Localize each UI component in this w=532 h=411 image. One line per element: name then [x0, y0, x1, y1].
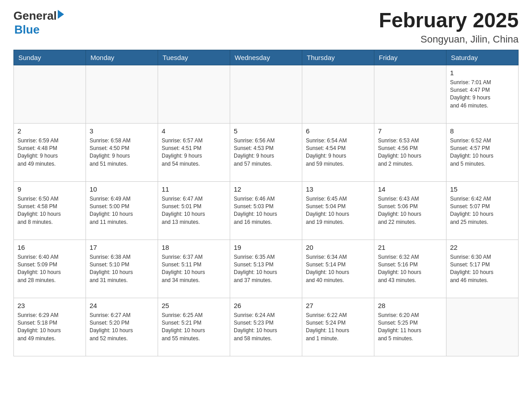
day-info: Sunrise: 6:40 AM Sunset: 5:09 PM Dayligh… [17, 253, 82, 285]
calendar-cell: 4Sunrise: 6:57 AM Sunset: 4:51 PM Daylig… [158, 123, 230, 181]
calendar-header-monday: Monday [86, 50, 158, 65]
day-info: Sunrise: 6:25 AM Sunset: 5:21 PM Dayligh… [162, 312, 226, 343]
day-number: 1 [450, 68, 515, 77]
day-number: 6 [306, 126, 370, 136]
day-number: 15 [450, 184, 515, 194]
day-info: Sunrise: 6:32 AM Sunset: 5:16 PM Dayligh… [378, 253, 442, 285]
day-number: 24 [90, 301, 154, 310]
calendar-cell: 11Sunrise: 6:47 AM Sunset: 5:01 PM Dayli… [158, 181, 230, 240]
calendar-cell [302, 65, 374, 123]
location-text: Songyuan, Jilin, China [379, 34, 519, 45]
day-info: Sunrise: 7:01 AM Sunset: 4:47 PM Dayligh… [450, 79, 515, 110]
day-number: 13 [306, 184, 370, 194]
calendar-cell: 20Sunrise: 6:34 AM Sunset: 5:14 PM Dayli… [302, 240, 374, 298]
calendar-cell: 27Sunrise: 6:22 AM Sunset: 5:24 PM Dayli… [302, 298, 374, 356]
calendar-header-thursday: Thursday [302, 50, 374, 65]
day-info: Sunrise: 6:56 AM Sunset: 4:53 PM Dayligh… [234, 137, 298, 168]
day-number: 12 [234, 184, 298, 194]
day-number: 4 [162, 126, 226, 136]
day-number: 17 [90, 243, 154, 252]
calendar-cell: 26Sunrise: 6:24 AM Sunset: 5:23 PM Dayli… [230, 298, 302, 356]
calendar-cell: 24Sunrise: 6:27 AM Sunset: 5:20 PM Dayli… [86, 298, 158, 356]
calendar-cell: 7Sunrise: 6:53 AM Sunset: 4:56 PM Daylig… [374, 123, 446, 181]
calendar-table: SundayMondayTuesdayWednesdayThursdayFrid… [13, 50, 519, 356]
calendar-cell: 15Sunrise: 6:42 AM Sunset: 5:07 PM Dayli… [446, 181, 519, 240]
day-number: 27 [306, 301, 370, 310]
logo-blue-text: Blue [14, 23, 39, 36]
day-info: Sunrise: 6:29 AM Sunset: 5:18 PM Dayligh… [17, 312, 82, 343]
calendar-cell: 22Sunrise: 6:30 AM Sunset: 5:17 PM Dayli… [446, 240, 519, 298]
calendar-week-4: 16Sunrise: 6:40 AM Sunset: 5:09 PM Dayli… [14, 240, 519, 298]
day-number: 11 [162, 184, 226, 194]
calendar-cell [14, 65, 86, 123]
day-info: Sunrise: 6:54 AM Sunset: 4:54 PM Dayligh… [306, 137, 370, 168]
day-info: Sunrise: 6:20 AM Sunset: 5:25 PM Dayligh… [378, 312, 442, 343]
calendar-cell [230, 65, 302, 123]
day-info: Sunrise: 6:46 AM Sunset: 5:03 PM Dayligh… [234, 195, 298, 227]
day-number: 16 [17, 243, 82, 252]
calendar-header-wednesday: Wednesday [230, 50, 302, 65]
day-info: Sunrise: 6:22 AM Sunset: 5:24 PM Dayligh… [306, 312, 370, 343]
calendar-cell: 12Sunrise: 6:46 AM Sunset: 5:03 PM Dayli… [230, 181, 302, 240]
calendar-cell: 21Sunrise: 6:32 AM Sunset: 5:16 PM Dayli… [374, 240, 446, 298]
day-info: Sunrise: 6:57 AM Sunset: 4:51 PM Dayligh… [162, 137, 226, 168]
calendar-cell [374, 65, 446, 123]
day-info: Sunrise: 6:58 AM Sunset: 4:50 PM Dayligh… [90, 137, 154, 168]
calendar-week-3: 9Sunrise: 6:50 AM Sunset: 4:58 PM Daylig… [14, 181, 519, 240]
calendar-cell: 19Sunrise: 6:35 AM Sunset: 5:13 PM Dayli… [230, 240, 302, 298]
day-number: 28 [378, 301, 442, 310]
calendar-cell: 18Sunrise: 6:37 AM Sunset: 5:11 PM Dayli… [158, 240, 230, 298]
calendar-header-friday: Friday [374, 50, 446, 65]
day-info: Sunrise: 6:52 AM Sunset: 4:57 PM Dayligh… [450, 137, 515, 168]
day-number: 2 [17, 126, 82, 136]
day-info: Sunrise: 6:45 AM Sunset: 5:04 PM Dayligh… [306, 195, 370, 227]
logo: General Blue [13, 9, 64, 37]
day-number: 9 [17, 184, 82, 194]
calendar-cell: 3Sunrise: 6:58 AM Sunset: 4:50 PM Daylig… [86, 123, 158, 181]
calendar-cell: 8Sunrise: 6:52 AM Sunset: 4:57 PM Daylig… [446, 123, 519, 181]
day-info: Sunrise: 6:53 AM Sunset: 4:56 PM Dayligh… [378, 137, 442, 168]
day-info: Sunrise: 6:50 AM Sunset: 4:58 PM Dayligh… [17, 195, 82, 227]
calendar-cell: 17Sunrise: 6:38 AM Sunset: 5:10 PM Dayli… [86, 240, 158, 298]
day-info: Sunrise: 6:35 AM Sunset: 5:13 PM Dayligh… [234, 253, 298, 285]
calendar-header-saturday: Saturday [446, 50, 519, 65]
calendar-cell [446, 298, 519, 356]
day-number: 14 [378, 184, 442, 194]
calendar-header-sunday: Sunday [14, 50, 86, 65]
calendar-cell: 28Sunrise: 6:20 AM Sunset: 5:25 PM Dayli… [374, 298, 446, 356]
day-number: 8 [450, 126, 515, 136]
calendar-cell: 10Sunrise: 6:49 AM Sunset: 5:00 PM Dayli… [86, 181, 158, 240]
calendar-cell: 6Sunrise: 6:54 AM Sunset: 4:54 PM Daylig… [302, 123, 374, 181]
calendar-header-tuesday: Tuesday [158, 50, 230, 65]
calendar-cell: 14Sunrise: 6:43 AM Sunset: 5:06 PM Dayli… [374, 181, 446, 240]
day-info: Sunrise: 6:47 AM Sunset: 5:01 PM Dayligh… [162, 195, 226, 227]
day-number: 26 [234, 301, 298, 310]
calendar-week-1: 1Sunrise: 7:01 AM Sunset: 4:47 PM Daylig… [14, 65, 519, 123]
day-info: Sunrise: 6:42 AM Sunset: 5:07 PM Dayligh… [450, 195, 515, 227]
day-number: 7 [378, 126, 442, 136]
calendar-cell: 23Sunrise: 6:29 AM Sunset: 5:18 PM Dayli… [14, 298, 86, 356]
day-info: Sunrise: 6:49 AM Sunset: 5:00 PM Dayligh… [90, 195, 154, 227]
calendar-cell: 13Sunrise: 6:45 AM Sunset: 5:04 PM Dayli… [302, 181, 374, 240]
calendar-week-5: 23Sunrise: 6:29 AM Sunset: 5:18 PM Dayli… [14, 298, 519, 356]
day-info: Sunrise: 6:34 AM Sunset: 5:14 PM Dayligh… [306, 253, 370, 285]
day-number: 22 [450, 243, 515, 252]
calendar-cell [158, 65, 230, 123]
title-section: February 2025 Songyuan, Jilin, China [379, 9, 519, 45]
logo-general-text: General [13, 9, 57, 23]
day-number: 5 [234, 126, 298, 136]
day-info: Sunrise: 6:27 AM Sunset: 5:20 PM Dayligh… [90, 312, 154, 343]
calendar-cell: 2Sunrise: 6:59 AM Sunset: 4:48 PM Daylig… [14, 123, 86, 181]
calendar-cell: 25Sunrise: 6:25 AM Sunset: 5:21 PM Dayli… [158, 298, 230, 356]
day-info: Sunrise: 6:37 AM Sunset: 5:11 PM Dayligh… [162, 253, 226, 285]
day-number: 20 [306, 243, 370, 252]
day-info: Sunrise: 6:43 AM Sunset: 5:06 PM Dayligh… [378, 195, 442, 227]
calendar-cell: 9Sunrise: 6:50 AM Sunset: 4:58 PM Daylig… [14, 181, 86, 240]
calendar-week-2: 2Sunrise: 6:59 AM Sunset: 4:48 PM Daylig… [14, 123, 519, 181]
day-number: 3 [90, 126, 154, 136]
day-number: 10 [90, 184, 154, 194]
day-number: 18 [162, 243, 226, 252]
calendar-cell [86, 65, 158, 123]
day-number: 23 [17, 301, 82, 310]
day-info: Sunrise: 6:24 AM Sunset: 5:23 PM Dayligh… [234, 312, 298, 343]
